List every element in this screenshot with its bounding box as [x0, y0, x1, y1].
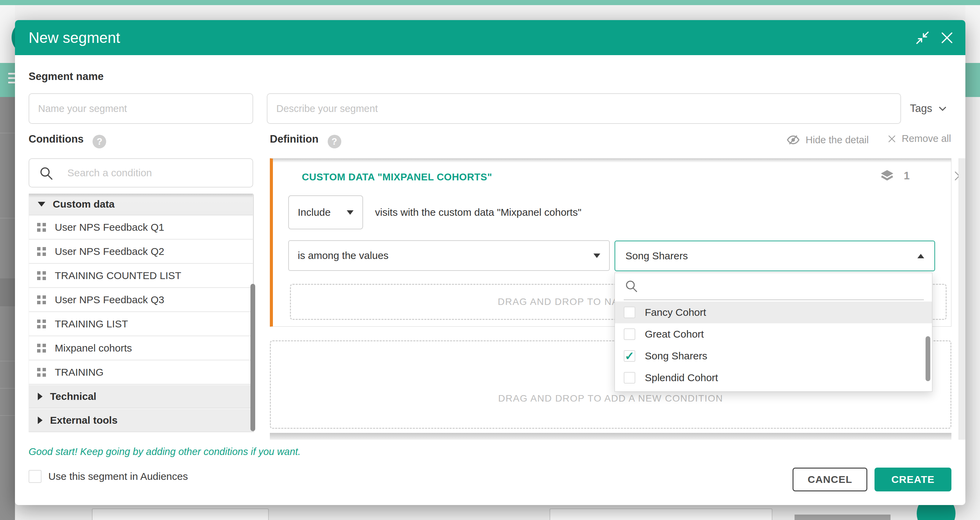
- bg-right-teal-band: [966, 63, 980, 97]
- bg-panel: [550, 509, 772, 520]
- triangle-right-icon: [38, 417, 43, 424]
- create-button[interactable]: CREATE: [875, 468, 951, 491]
- dropdown-search-input[interactable]: [648, 275, 913, 296]
- definition-label: Definition ?: [270, 133, 341, 148]
- include-select[interactable]: Include: [288, 196, 363, 229]
- audiences-label: Use this segment in Audiences: [48, 471, 188, 482]
- segment-description-input[interactable]: [267, 93, 901, 124]
- checkbox[interactable]: ✓: [624, 328, 635, 340]
- card-top-shade: [273, 159, 951, 163]
- dropdown-option[interactable]: ✓ Fancy Cohort: [615, 302, 932, 323]
- conditions-label: Conditions ?: [29, 133, 106, 148]
- help-icon[interactable]: ?: [328, 135, 341, 148]
- app-sidebar: [0, 97, 15, 520]
- condition-item[interactable]: TRAINING: [29, 360, 253, 385]
- checkbox-checked[interactable]: ✓: [624, 350, 635, 362]
- drag-handle-icon[interactable]: [37, 247, 46, 256]
- chevron-down-icon: [937, 103, 948, 114]
- group-technical[interactable]: Technical: [29, 385, 253, 409]
- condition-phrase: visits with the custom data "Mixpanel co…: [375, 196, 582, 229]
- close-icon: [887, 134, 897, 144]
- dropdown-option[interactable]: ✓ Splendid Cohort: [615, 367, 932, 389]
- checkbox[interactable]: ✓: [624, 307, 635, 318]
- stack-count: 1: [904, 170, 910, 182]
- drag-handle-icon[interactable]: [37, 344, 46, 353]
- dropdown-scrollbar-thumb[interactable]: [926, 336, 930, 381]
- drag-handle-icon[interactable]: [37, 368, 46, 377]
- dropzone-hint: DRAG AND DROP TO ADD A NEW CONDITION: [271, 393, 950, 404]
- tags-label: Tags: [910, 102, 932, 114]
- tags-dropdown[interactable]: Tags: [910, 93, 948, 124]
- help-icon[interactable]: ?: [92, 135, 106, 148]
- dropdown-option[interactable]: ✓ Song Sharers: [615, 345, 932, 367]
- horizontal-scrollbar[interactable]: [270, 433, 951, 440]
- audiences-row: ✓ Use this segment in Audiences: [29, 470, 188, 483]
- segment-name-input[interactable]: [29, 93, 253, 124]
- close-icon[interactable]: [939, 30, 955, 46]
- bg-right: [966, 5, 980, 63]
- app-top-bar: [0, 0, 980, 5]
- remove-all-button[interactable]: Remove all: [887, 133, 951, 144]
- cancel-button[interactable]: CANCEL: [792, 468, 867, 491]
- segment-name-label: Segment name: [29, 70, 104, 83]
- app-background: New segment Segment name Tags Conditions: [0, 0, 980, 520]
- group-external-tools[interactable]: External tools: [29, 409, 253, 432]
- value-select[interactable]: Song Sharers: [614, 241, 935, 271]
- drag-handle-icon[interactable]: [37, 223, 46, 232]
- condition-search: [29, 158, 253, 188]
- modal-header: New segment: [15, 20, 966, 55]
- condition-item[interactable]: Mixpanel cohorts: [29, 336, 253, 360]
- caret-up-icon: [917, 254, 924, 258]
- condition-item[interactable]: User NPS Feedback Q3: [29, 288, 253, 312]
- condition-item[interactable]: User NPS Feedback Q1: [29, 215, 253, 240]
- new-segment-modal: New segment Segment name Tags Conditions: [15, 20, 966, 505]
- modal-title: New segment: [29, 20, 120, 55]
- audiences-checkbox[interactable]: ✓: [29, 470, 41, 483]
- layers-icon: [879, 168, 895, 184]
- bg-panel-gray: [795, 515, 891, 520]
- progress-hint: Good start! Keep going by adding other c…: [29, 446, 301, 457]
- condition-item[interactable]: TRAINING COUNTED LIST: [29, 264, 253, 288]
- condition-item[interactable]: TRAINING LIST: [29, 312, 253, 336]
- drag-handle-icon[interactable]: [37, 320, 46, 328]
- card-actions: 1: [879, 168, 966, 184]
- hide-detail-button[interactable]: Hide the detail: [785, 133, 869, 147]
- conditions-list: Custom data User NPS Feedback Q1 User NP…: [29, 194, 253, 432]
- operator-select[interactable]: is among the values: [288, 240, 610, 271]
- list-scrollbar-thumb[interactable]: [250, 284, 255, 431]
- condition-item[interactable]: User NPS Feedback Q2: [29, 240, 253, 264]
- condition-card-title: CUSTOM DATA "MIXPANEL COHORTS": [302, 172, 492, 183]
- dropdown-option[interactable]: ✓ Great Cohort: [615, 323, 932, 345]
- checkbox[interactable]: ✓: [624, 372, 635, 383]
- collapse-icon[interactable]: [915, 30, 930, 45]
- drag-handle-icon[interactable]: [37, 271, 46, 280]
- dropdown-search: [615, 273, 932, 299]
- search-icon: [624, 279, 639, 293]
- caret-down-icon: [593, 254, 600, 258]
- caret-down-icon: [347, 210, 353, 215]
- vertical-scrollbar-track: [959, 158, 966, 440]
- search-icon: [39, 166, 54, 181]
- value-dropdown-panel: ✓ Fancy Cohort ✓ Great Cohort ✓ Song Sha…: [614, 273, 932, 392]
- condition-search-input[interactable]: [67, 160, 243, 186]
- group-custom-data[interactable]: Custom data: [29, 194, 253, 215]
- triangle-down-icon: [38, 202, 45, 207]
- divider: [624, 299, 924, 300]
- drag-handle-icon[interactable]: [37, 296, 46, 304]
- sidebar-selected-item: [0, 278, 15, 306]
- eye-slash-icon: [785, 133, 801, 147]
- triangle-right-icon: [38, 393, 43, 400]
- bg-panel: [92, 509, 269, 520]
